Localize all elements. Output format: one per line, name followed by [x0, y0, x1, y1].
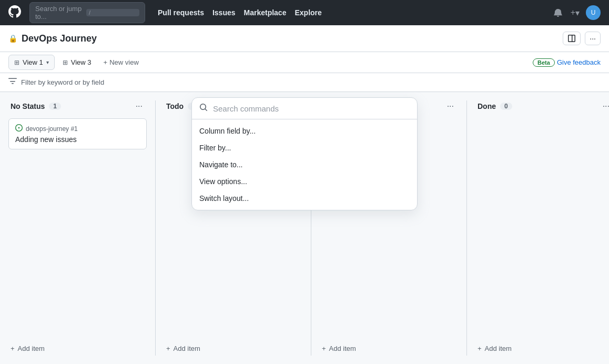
layout-icon: [567, 34, 576, 43]
lock-icon: 🔒: [8, 34, 17, 43]
tab-view1-label: View 1: [23, 58, 43, 66]
column-done: Done 0 ··· + Add item: [475, 100, 609, 356]
card-issue-link[interactable]: devops-journey #1: [26, 125, 78, 133]
column-no-status-count: 1: [49, 103, 61, 110]
column-done-title: Done: [478, 102, 496, 110]
column-todo-title: Todo: [166, 102, 184, 110]
project-title-area: 🔒 DevOps Journey: [8, 33, 97, 44]
tab-view3-label: View 3: [71, 58, 92, 66]
search-kbd: /: [86, 9, 139, 16]
search-bar[interactable]: Search or jump to... /: [29, 2, 145, 23]
filter-icon: [8, 77, 17, 87]
column-no-status: No Status 1 ··· devops-journey #1 Adding…: [8, 100, 156, 356]
add-item-label: Add item: [18, 345, 45, 352]
new-view-plus-icon: +: [104, 58, 108, 66]
column-no-status-more-button[interactable]: ···: [134, 100, 145, 112]
column-done-header: Done 0 ···: [475, 100, 609, 112]
column-in-progress-add-item-button[interactable]: + Add item: [320, 341, 458, 356]
project-header: 🔒 DevOps Journey ···: [0, 25, 609, 52]
view1-icon: ⊞: [14, 59, 19, 66]
pull-requests-link[interactable]: Pull requests: [158, 8, 204, 17]
tab-view3[interactable]: ⊞ View 3: [57, 55, 97, 70]
card-devops-journey-1[interactable]: devops-journey #1 Adding new issues: [8, 118, 147, 149]
command-palette-items: Column field by... Filter by... Navigate…: [192, 119, 417, 210]
add-item-label-3: Add item: [329, 345, 356, 352]
tabs-row: ⊞ View 1 ▾ ⊞ View 3 + New view Beta Give…: [0, 52, 609, 73]
command-palette-input[interactable]: [213, 104, 410, 113]
view3-icon: ⊞: [63, 59, 68, 66]
filter-placeholder[interactable]: Filter by keyword or by field: [21, 78, 104, 86]
new-view-label: New view: [109, 58, 139, 66]
add-item-label-2: Add item: [174, 345, 200, 352]
command-palette: Column field by... Filter by... Navigate…: [191, 97, 418, 210]
add-item-plus-icon-2: +: [166, 345, 170, 352]
project-header-actions: ···: [563, 32, 601, 45]
cmd-switch-layout[interactable]: Switch layout...: [192, 190, 417, 207]
marketplace-link[interactable]: Marketplace: [244, 8, 287, 17]
cmd-navigate-to[interactable]: Navigate to...: [192, 156, 417, 173]
issues-link[interactable]: Issues: [212, 8, 236, 17]
beta-badge: Beta: [533, 58, 555, 67]
avatar[interactable]: U: [586, 5, 601, 20]
card-issue-title: Adding new issues: [15, 135, 140, 144]
column-todo-add-item-button[interactable]: + Add item: [164, 341, 302, 356]
project-title: DevOps Journey: [22, 33, 97, 44]
view1-dropdown-icon[interactable]: ▾: [46, 59, 49, 65]
column-done-add-item-button[interactable]: + Add item: [475, 341, 609, 356]
column-no-status-add-item-button[interactable]: + Add item: [8, 341, 147, 356]
column-done-more-button[interactable]: ···: [601, 100, 609, 112]
add-item-label-4: Add item: [485, 345, 512, 352]
filter-row: Filter by keyword or by field: [0, 73, 609, 92]
topnav-actions: + ▾ U: [552, 5, 601, 20]
more-options-button[interactable]: ···: [585, 32, 601, 45]
add-item-plus-icon-3: +: [322, 345, 326, 352]
top-navigation: Search or jump to... / Pull requests Iss…: [0, 0, 609, 25]
tab-view1[interactable]: ⊞ View 1 ▾: [8, 55, 55, 70]
layout-button[interactable]: [563, 32, 581, 45]
give-feedback-button[interactable]: Give feedback: [557, 58, 601, 66]
board: No Status 1 ··· devops-journey #1 Adding…: [0, 92, 609, 364]
command-palette-search-area: [192, 98, 417, 119]
command-palette-search-icon: [199, 103, 208, 114]
add-item-plus-icon-4: +: [478, 345, 482, 352]
column-no-status-title: No Status: [11, 102, 45, 110]
plus-button[interactable]: + ▾: [569, 6, 582, 20]
column-in-progress-more-button[interactable]: ···: [445, 100, 456, 112]
github-logo[interactable]: [8, 5, 21, 21]
add-item-plus-icon: +: [11, 345, 15, 352]
column-no-status-header: No Status 1 ···: [8, 100, 147, 112]
cmd-view-options[interactable]: View options...: [192, 173, 417, 190]
nav-links: Pull requests Issues Marketplace Explore: [158, 8, 322, 17]
cmd-filter-by[interactable]: Filter by...: [192, 139, 417, 156]
notifications-button[interactable]: [552, 6, 564, 19]
card-status-open-icon: [15, 124, 23, 133]
cmd-column-field[interactable]: Column field by...: [192, 123, 417, 139]
new-view-button[interactable]: + New view: [99, 56, 143, 68]
search-placeholder: Search or jump to...: [35, 5, 83, 21]
column-done-count: 0: [500, 103, 512, 110]
explore-link[interactable]: Explore: [295, 8, 321, 17]
